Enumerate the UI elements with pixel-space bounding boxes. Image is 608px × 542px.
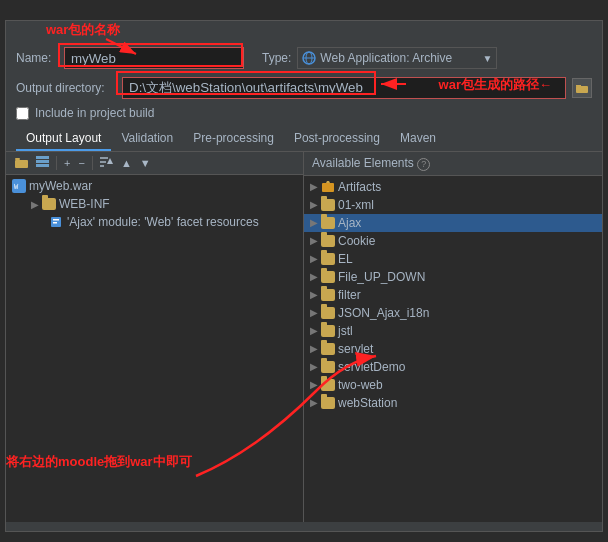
right-item-fileupdown[interactable]: ▶ File_UP_DOWN — [304, 268, 602, 286]
tab-validation[interactable]: Validation — [111, 127, 183, 151]
globe-icon — [302, 51, 316, 65]
tree-item-mywebwar[interactable]: W myWeb.war — [6, 177, 303, 195]
remove-button[interactable]: − — [75, 157, 87, 170]
move-up-button[interactable]: ▲ — [118, 157, 135, 170]
browse-folder-button[interactable] — [572, 78, 592, 98]
right-item-filter[interactable]: ▶ filter — [304, 286, 602, 304]
right-item-two-web[interactable]: ▶ two-web — [304, 376, 602, 394]
right-item-el[interactable]: ▶ EL — [304, 250, 602, 268]
chevron-el: ▶ — [310, 253, 318, 264]
folder-icon-servlet — [321, 343, 335, 355]
annotation-drag-hint: 将右边的moodle拖到war中即可 — [6, 453, 192, 471]
svg-rect-20 — [322, 183, 334, 192]
right-item-fileupdown-label: File_UP_DOWN — [338, 270, 425, 284]
chevron-01xml: ▶ — [310, 199, 318, 210]
list-layout-button[interactable] — [33, 155, 52, 171]
right-item-jstl[interactable]: ▶ jstl — [304, 322, 602, 340]
include-build-label: Include in project build — [35, 106, 154, 120]
war-icon: W — [12, 179, 26, 193]
right-item-cookie-label: Cookie — [338, 234, 375, 248]
chevron-servlet: ▶ — [310, 343, 318, 354]
tree-item-ajax-resource[interactable]: 'Ajax' module: 'Web' facet resources — [6, 213, 303, 231]
output-label: Output directory: — [16, 81, 116, 95]
left-toolbar: + − ▲ ▼ — [6, 152, 303, 175]
svg-rect-8 — [36, 156, 49, 159]
include-build-checkbox[interactable] — [16, 107, 29, 120]
svg-rect-10 — [36, 164, 49, 167]
svg-rect-4 — [576, 86, 588, 93]
tab-maven[interactable]: Maven — [390, 127, 446, 151]
svg-rect-18 — [53, 219, 59, 221]
right-item-artifacts[interactable]: ▶ Artifacts — [304, 178, 602, 196]
svg-marker-21 — [322, 181, 334, 183]
expand-icon-webinf: ▶ — [31, 199, 39, 210]
right-item-webstation-label: webStation — [338, 396, 397, 410]
right-item-servlet[interactable]: ▶ servlet — [304, 340, 602, 358]
right-item-json-ajax-label: JSON_Ajax_i18n — [338, 306, 429, 320]
right-panel: Available Elements ? ▶ Artifacts ▶ — [304, 152, 602, 522]
folder-icon-cookie — [321, 235, 335, 247]
list-icon — [36, 156, 49, 168]
chevron-down-icon: ▼ — [482, 53, 492, 64]
annotation-war-path: war包生成的路径← — [439, 76, 552, 94]
sort-icon — [100, 156, 113, 168]
type-dropdown[interactable]: Web Application: Archive ▼ — [297, 47, 497, 69]
type-section: Type: Web Application: Archive ▼ — [262, 47, 497, 69]
right-tree: ▶ Artifacts ▶ 01-xml ▶ A — [304, 176, 602, 523]
folder-icon-filter — [321, 289, 335, 301]
move-down-button[interactable]: ▼ — [137, 157, 154, 170]
tree-item-ajax-resource-label: 'Ajax' module: 'Web' facet resources — [67, 215, 259, 229]
folder-icon-jstl — [321, 325, 335, 337]
chevron-cookie: ▶ — [310, 235, 318, 246]
add-button[interactable]: + — [61, 157, 73, 170]
folder-icon-two-web — [321, 379, 335, 391]
folder-icon-el — [321, 253, 335, 265]
folder-icon-ajax — [321, 217, 335, 229]
right-item-two-web-label: two-web — [338, 378, 383, 392]
tab-postprocessing[interactable]: Post-processing — [284, 127, 390, 151]
right-item-cookie[interactable]: ▶ Cookie — [304, 232, 602, 250]
folder-layout-icon — [15, 156, 28, 168]
tree-item-mywebwar-label: myWeb.war — [29, 179, 92, 193]
folder-icon-json-ajax — [321, 307, 335, 319]
right-item-01xml[interactable]: ▶ 01-xml — [304, 196, 602, 214]
tab-preprocessing[interactable]: Pre-processing — [183, 127, 284, 151]
tabs-bar: Output Layout Validation Pre-processing … — [6, 127, 602, 152]
right-item-webstation[interactable]: ▶ webStation — [304, 394, 602, 412]
info-icon[interactable]: ? — [417, 158, 430, 171]
artifacts-icon — [321, 181, 335, 193]
chevron-json-ajax: ▶ — [310, 307, 318, 318]
right-item-servlet-label: servlet — [338, 342, 373, 356]
resource-icon — [50, 216, 64, 228]
right-item-servletdemo[interactable]: ▶ servletDemo — [304, 358, 602, 376]
folder-icon-01xml — [321, 199, 335, 211]
artifact-dialog: war包的名称 Name: Type: Web Application: Arc… — [5, 20, 603, 532]
folder-icon-webstation — [321, 397, 335, 409]
name-type-row: Name: Type: Web Application: Archive ▼ — [6, 39, 602, 73]
svg-rect-7 — [15, 158, 20, 160]
chevron-webstation: ▶ — [310, 397, 318, 408]
right-panel-header: Available Elements ? — [304, 152, 602, 176]
chevron-fileupdown: ▶ — [310, 271, 318, 282]
available-elements-label: Available Elements — [312, 156, 414, 170]
folder-icon-fileupdown — [321, 271, 335, 283]
right-item-json-ajax[interactable]: ▶ JSON_Ajax_i18n — [304, 304, 602, 322]
chevron-filter: ▶ — [310, 289, 318, 300]
folder-icon-servletdemo — [321, 361, 335, 373]
svg-marker-14 — [107, 158, 113, 164]
right-item-ajax[interactable]: ▶ Ajax — [304, 214, 602, 232]
sort-button[interactable] — [97, 155, 116, 171]
svg-rect-6 — [15, 160, 28, 168]
right-item-el-label: EL — [338, 252, 353, 266]
chevron-jstl: ▶ — [310, 325, 318, 336]
svg-rect-9 — [36, 160, 49, 163]
tree-item-webinf[interactable]: ▶ WEB-INF — [6, 195, 303, 213]
right-item-ajax-label: Ajax — [338, 216, 361, 230]
include-build-row: Include in project build — [6, 103, 602, 123]
tab-output-layout[interactable]: Output Layout — [16, 127, 111, 151]
chevron-artifacts: ▶ — [310, 181, 318, 192]
chevron-servletdemo: ▶ — [310, 361, 318, 372]
name-input[interactable] — [64, 47, 244, 69]
chevron-ajax: ▶ — [310, 217, 318, 228]
folder-layout-button[interactable] — [12, 155, 31, 171]
